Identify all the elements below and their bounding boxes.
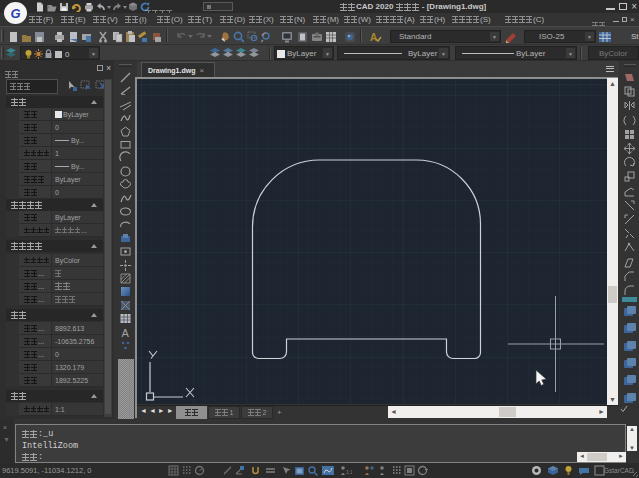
svg-text:1:1: 1:1	[346, 469, 352, 475]
svg-text:A: A	[122, 327, 130, 339]
svg-text:A: A	[370, 32, 377, 43]
